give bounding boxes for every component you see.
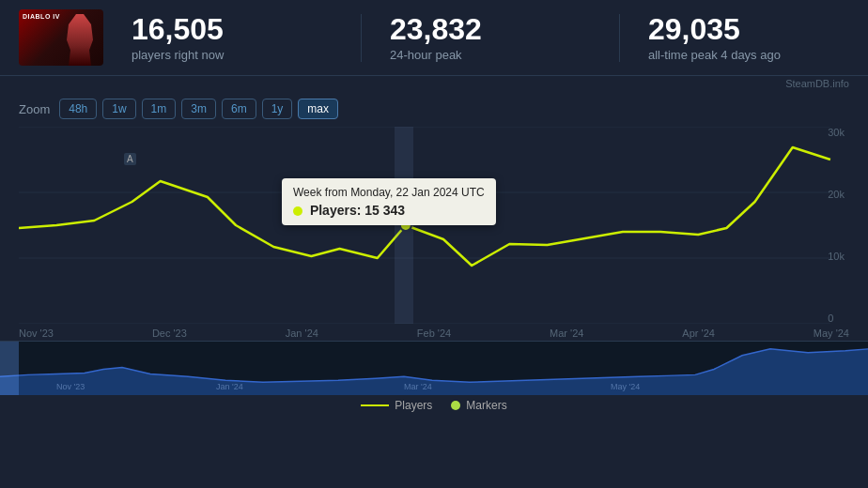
x-label-dec23: Dec '23 (152, 328, 187, 339)
zoom-label: Zoom (19, 102, 50, 116)
x-axis: Nov '23 Dec '23 Jan '24 Feb '24 Mar '24 … (0, 324, 868, 341)
header: 16,505 players right now 23,832 24-hour … (0, 0, 868, 76)
zoom-6m[interactable]: 6m (222, 99, 256, 119)
character-figure (61, 14, 99, 66)
legend-markers-label: Markers (466, 399, 506, 412)
zoom-3m[interactable]: 3m (181, 99, 216, 119)
x-label-apr24: Apr '24 (682, 328, 715, 339)
peak24h-label: 24-hour peak (390, 48, 462, 62)
zoom-max[interactable]: max (298, 99, 338, 119)
peak24h-value: 23,832 (390, 14, 482, 44)
stat-current: 16,505 players right now (132, 14, 333, 62)
x-label-mar24: Mar '24 (550, 328, 583, 339)
x-label-may24: May '24 (814, 328, 849, 339)
svg-point-4 (400, 220, 411, 231)
game-thumbnail (19, 9, 103, 66)
svg-marker-5 (0, 349, 868, 395)
x-label-nov23: Nov '23 (19, 328, 54, 339)
svg-rect-6 (0, 342, 19, 395)
svg-text:May '24: May '24 (611, 382, 640, 391)
y-label-30k: 30k (828, 127, 845, 138)
alltime-label: all-time peak 4 days ago (648, 48, 781, 62)
stat-peak24h: 23,832 24-hour peak (361, 14, 591, 62)
chart-wrapper: A 30k 20k 10k 0 Week from Monday, 22 Jan… (19, 127, 849, 324)
zoom-1m[interactable]: 1m (142, 99, 177, 119)
current-players-value: 16,505 (132, 14, 224, 44)
zoom-48h[interactable]: 48h (59, 99, 97, 119)
main-chart-svg (19, 127, 849, 324)
mini-chart: Nov '23 Jan '24 Mar '24 May '24 (0, 341, 868, 395)
chart-container: A 30k 20k 10k 0 Week from Monday, 22 Jan… (0, 127, 868, 324)
svg-text:Nov '23: Nov '23 (56, 382, 85, 391)
legend-players-label: Players (395, 399, 432, 412)
y-label-20k: 20k (828, 189, 845, 200)
y-axis: 30k 20k 10k 0 (823, 127, 849, 324)
zoom-1w[interactable]: 1w (102, 99, 135, 119)
y-label-0: 0 (828, 313, 845, 324)
legend: Players Markers (0, 395, 868, 416)
svg-text:Mar '24: Mar '24 (404, 382, 432, 391)
zoom-1y[interactable]: 1y (262, 99, 293, 119)
svg-text:Jan '24: Jan '24 (216, 382, 243, 391)
zoom-bar: Zoom 48h 1w 1m 3m 6m 1y max (0, 91, 868, 127)
legend-markers-dot (451, 401, 460, 410)
legend-players-line (361, 404, 389, 406)
alltime-value: 29,035 (648, 14, 740, 44)
watermark: SteamDB.info (0, 76, 868, 91)
chart-marker-a: A (124, 153, 136, 165)
x-label-feb24: Feb '24 (417, 328, 451, 339)
stat-alltime: 29,035 all-time peak 4 days ago (619, 14, 849, 62)
x-label-jan24: Jan '24 (286, 328, 318, 339)
mini-chart-svg: Nov '23 Jan '24 Mar '24 May '24 (0, 342, 868, 395)
y-label-10k: 10k (828, 251, 845, 262)
legend-markers: Markers (451, 399, 506, 412)
legend-players: Players (361, 399, 432, 412)
current-players-label: players right now (132, 48, 224, 62)
